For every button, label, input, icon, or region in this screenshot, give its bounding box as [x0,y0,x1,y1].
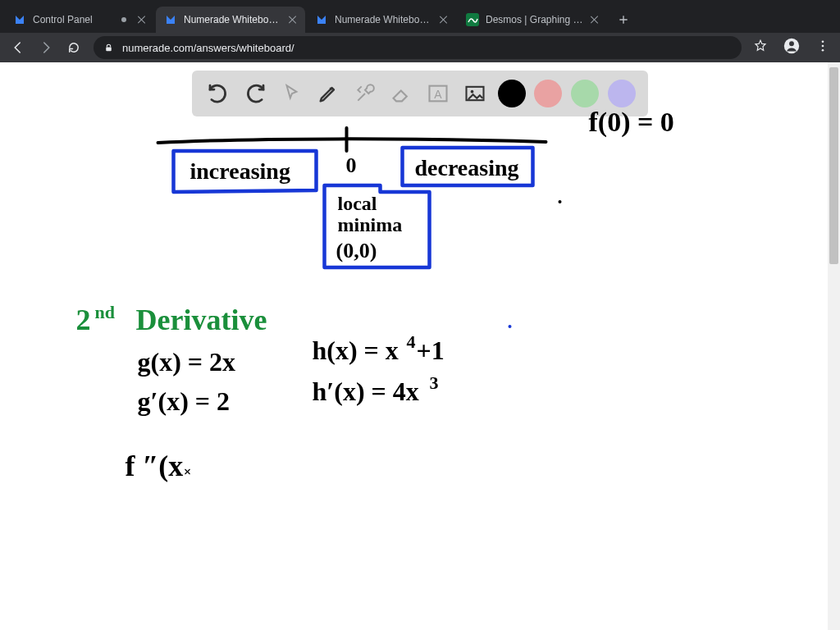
tab-title: Numerade Whiteboard [335,14,433,25]
eq-hp-sup: 3 [430,372,439,393]
tools-button[interactable] [351,80,379,107]
reload-button[interactable] [66,39,82,56]
svg-point-15 [509,325,512,328]
eq-h-sup: 4 [407,331,416,352]
vertical-scrollbar[interactable] [828,62,840,630]
eq-gp: g′(x) = 2 [138,386,231,416]
close-icon[interactable] [440,16,448,24]
svg-point-14 [559,200,562,203]
tab-title: Numerade Whiteboard [184,14,282,25]
tab-desmos[interactable]: Desmos | Graphing Calculator [458,7,607,33]
eq-h-rest: +1 [417,336,445,365]
modified-dot-icon [121,17,126,22]
close-icon[interactable] [591,16,599,24]
numerade-favicon [13,13,26,26]
eq-h: h(x) = x [313,336,399,365]
browser-address-bar: numerade.com/answers/whiteboard/ [0,33,840,62]
back-button[interactable] [10,39,26,56]
image-tool[interactable] [461,80,489,107]
desmos-favicon [466,13,479,26]
color-swatch-green[interactable] [571,80,599,107]
forward-button[interactable] [38,39,54,56]
svg-marker-2 [317,16,326,24]
eraser-tool[interactable] [388,80,416,107]
undo-button[interactable] [204,80,232,107]
close-icon[interactable] [138,16,146,24]
tab-numerade-whiteboard-active[interactable]: Numerade Whiteboard [156,7,305,33]
new-tab-button[interactable] [612,8,635,31]
omnibox-url: numerade.com/answers/whiteboard/ [122,42,294,54]
box-point: (0,0) [336,239,377,262]
heading-derivative: Derivative [136,304,267,336]
heading-2: 2 [76,304,91,336]
scrollbar-thumb[interactable] [829,67,838,264]
close-icon[interactable] [289,16,297,24]
svg-rect-4 [106,47,112,51]
browser-tab-strip: Control Panel Numerade Whiteboard Numera… [0,0,840,33]
redo-button[interactable] [241,80,269,107]
bookmark-star-icon[interactable] [753,39,768,57]
svg-point-6 [789,41,794,46]
svg-marker-1 [167,16,175,24]
pointer-tool[interactable] [278,80,306,107]
tab-title: Control Panel [33,14,116,25]
color-swatch-black[interactable] [498,80,526,107]
svg-marker-0 [16,16,24,24]
box-minima: minima [338,214,403,235]
color-swatch-purple[interactable] [608,80,636,107]
eq-hp: h′(x) = 4x [313,377,419,406]
box-local: local [338,193,377,214]
account-icon[interactable] [783,37,801,58]
numberline-zero: 0 [346,153,357,177]
whiteboard-canvas[interactable]: 0 f(0) = 0 increasing decreasing local m… [0,62,840,630]
color-swatch-red[interactable] [534,80,562,107]
numerade-favicon [164,13,177,26]
svg-text:A: A [435,88,443,101]
kebab-menu-icon[interactable] [815,39,830,57]
svg-point-8 [822,45,824,48]
tab-title: Desmos | Graphing Calculator [486,14,584,25]
lock-icon [103,43,114,53]
heading-nd: nd [95,302,115,322]
box-increasing: increasing [190,158,290,184]
omnibox[interactable]: numerade.com/answers/whiteboard/ [94,36,742,59]
pencil-tool[interactable] [314,80,342,107]
tab-control-panel[interactable]: Control Panel [5,7,154,33]
text-tool[interactable]: A [424,80,452,107]
svg-point-13 [471,90,474,94]
numerade-favicon [315,13,328,26]
svg-point-7 [822,40,824,43]
page-content: A 0 f(0) = 0 increasing decreasing local… [0,62,840,630]
box-decreasing: decreasing [415,155,519,180]
eq-g: g(x) = 2x [138,347,236,377]
whiteboard-toolbar: A [192,71,648,116]
eq-fpp: f ″(x [126,450,184,482]
svg-point-9 [822,49,824,52]
tab-numerade-whiteboard-2[interactable]: Numerade Whiteboard [307,7,456,33]
